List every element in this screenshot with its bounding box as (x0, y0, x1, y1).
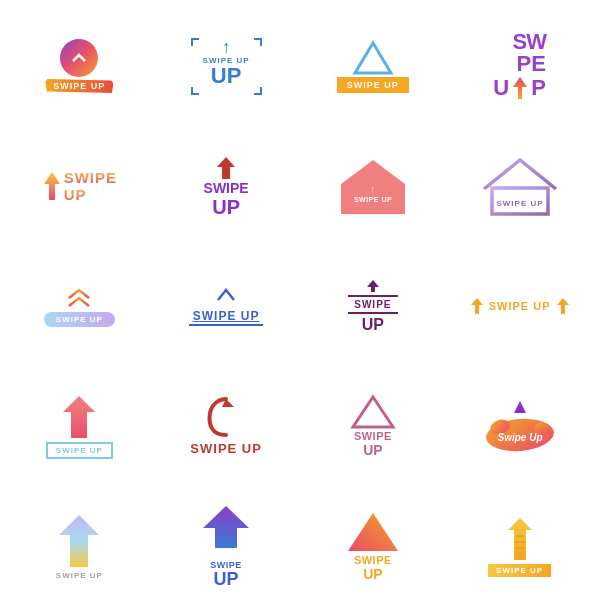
swipe-up-item-18[interactable]: SWIPE UP (155, 488, 298, 604)
arrow-in-p-icon (511, 75, 529, 101)
swipe-up-item-19[interactable]: SWIPE UP (302, 488, 445, 604)
rocket-arrow-icon (504, 516, 536, 562)
swipe-up-pill-label: SWIPE UP (44, 312, 115, 327)
swipe-text: SW (512, 31, 545, 53)
swipe-up-item-3[interactable]: SWIPE UP (302, 8, 445, 124)
bracket-bottom-left (191, 87, 199, 95)
pink-house-icon: ↑ SWIPE UP (337, 156, 409, 216)
swipe-up-box-label: SWIPE UP (46, 442, 113, 459)
up-label: UP (362, 316, 384, 334)
swipe-up-item-2[interactable]: ↑ SWIPE UP UP (155, 8, 298, 124)
svg-marker-21 (203, 506, 249, 548)
big-pink-arrow-icon (60, 394, 98, 440)
bracket-container: ↑ SWIPE UP UP (191, 38, 262, 95)
swipe-up-label: SWIPE UP (337, 77, 409, 93)
svg-marker-12 (63, 396, 95, 438)
orange-arrow-left-icon (469, 297, 485, 315)
svg-text:SWIPE UP: SWIPE UP (496, 199, 543, 208)
up-label: UP (64, 186, 117, 203)
svg-marker-1 (513, 77, 527, 99)
dark-arrow-icon (365, 279, 381, 293)
double-chevron-icon (65, 286, 93, 308)
up-last: P (531, 77, 546, 99)
svg-marker-3 (217, 157, 235, 179)
swipe-up-label: SWIPE UP (190, 441, 262, 456)
swipe-up-item-15[interactable]: SWIPE UP (302, 368, 445, 484)
svg-text:↑: ↑ (370, 185, 375, 194)
swipe-up-item-10[interactable]: SWIPE UP (155, 248, 298, 364)
gradient-triangle-icon (345, 510, 401, 554)
icon-grid: SWIPE UP ↑ SWIPE UP UP SWIPE UP (0, 0, 599, 612)
swipe-up-label: SWIPE UP (56, 571, 103, 580)
bracket-top-right (254, 38, 262, 46)
gradient-arrow-icon (42, 170, 62, 202)
gradient-circle-icon (60, 39, 98, 77)
swipe-up-item-1[interactable]: SWIPE UP (8, 8, 151, 124)
up-label: UP (211, 65, 242, 87)
swipe-up-item-13[interactable]: SWIPE UP (8, 368, 151, 484)
up-label: UP (214, 570, 239, 588)
swipe-up-item-12[interactable]: SWIPE UP (448, 248, 591, 364)
swipe-text-2: PE (517, 53, 546, 75)
swipe-label: SWIPE (354, 430, 392, 442)
big-gradient-arrow-icon (57, 513, 101, 569)
svg-text:Swipe Up: Swipe Up (497, 432, 542, 443)
swipe-up-item-20[interactable]: SWIPE UP (448, 488, 591, 604)
up-label: UP (212, 197, 240, 217)
svg-marker-14 (353, 397, 393, 427)
swipe-up-item-8[interactable]: SWIPE UP (448, 128, 591, 244)
svg-marker-11 (557, 298, 569, 314)
up-label: UP (363, 566, 382, 582)
up-label: UP (363, 442, 382, 458)
swipe-up-item-17[interactable]: SWIPE UP (8, 488, 151, 604)
swipe-up-item-14[interactable]: SWIPE UP (155, 368, 298, 484)
swipe-up-label: SWIPE UP (193, 309, 260, 323)
bracket-top-left (191, 38, 199, 46)
triangle-outline-icon (351, 39, 395, 77)
swipe-label: SWIPE (354, 299, 391, 310)
swipe-up-item-6[interactable]: SWIPE UP (155, 128, 298, 244)
swipe-up-item-16[interactable]: Swipe Up (448, 368, 591, 484)
orange-arrow-right-icon (555, 297, 571, 315)
purple-triangle-icon (350, 394, 396, 430)
swipe-up-item-9[interactable]: SWIPE UP (8, 248, 151, 364)
bracket-bottom-right (254, 87, 262, 95)
svg-marker-20 (59, 515, 99, 567)
arrow-up-icon: ↑ (222, 38, 231, 56)
swipe-up-item-4[interactable]: SW PE U P (448, 8, 591, 124)
splatter-icon: Swipe Up (480, 397, 560, 455)
swipe-label: SWIPE (64, 169, 117, 186)
svg-marker-10 (471, 298, 483, 314)
svg-marker-9 (367, 280, 379, 292)
swipe-label: SWIPE (204, 181, 249, 196)
svg-text:SWIPE UP: SWIPE UP (354, 196, 392, 203)
swipe-up-box-label: SWIPE UP (488, 564, 551, 577)
chevron-up-icon (69, 48, 89, 68)
up-first: U (493, 77, 509, 99)
purple-house-arrow-icon (201, 504, 251, 560)
swipe-up-item-7[interactable]: ↑ SWIPE UP (302, 128, 445, 244)
divider-line (348, 295, 398, 297)
red-arrow-icon (215, 155, 237, 181)
swipe-up-label: SWIPE UP (45, 79, 113, 93)
svg-marker-18 (514, 401, 526, 413)
swipe-label: SWIPE (354, 554, 392, 566)
divider-line-2 (348, 312, 398, 314)
house-outline-icon: SWIPE UP (480, 154, 560, 219)
swipe-up-item-11[interactable]: SWIPE UP (302, 248, 445, 364)
red-curved-arrow-icon (204, 397, 248, 441)
swipe-up-label: SWIPE UP (489, 300, 551, 312)
swipe-up-item-5[interactable]: SWIPE UP (8, 128, 151, 244)
chevron-blue-icon (216, 286, 236, 304)
svg-marker-2 (44, 172, 60, 200)
svg-marker-0 (355, 43, 391, 73)
svg-marker-22 (348, 513, 398, 551)
